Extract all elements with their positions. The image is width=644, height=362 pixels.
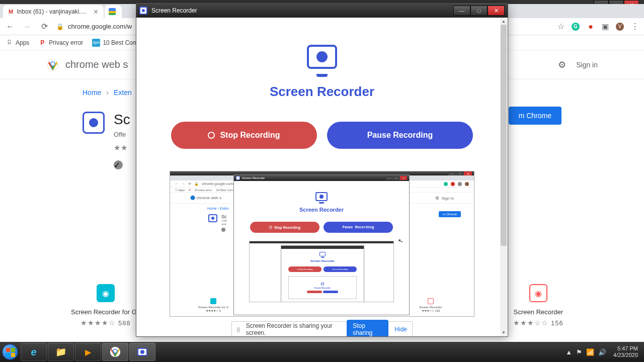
svg-rect-3: [6, 348, 10, 352]
webstore-favicon: [109, 8, 116, 15]
recorder-window-title: Screen Recorder: [151, 7, 197, 14]
extension-icon: [83, 112, 105, 134]
tray-date: 4/23/2020: [613, 352, 638, 358]
signin-link[interactable]: Sign in: [576, 61, 598, 69]
tray-clock[interactable]: 5:47 PM 4/23/2020: [610, 345, 641, 358]
related-icon: ◉: [529, 284, 547, 302]
extension-title: Sc: [114, 112, 130, 128]
recorder-logo-stand: [316, 74, 328, 77]
tab-title: Inbox (61) - vanjinayaki.s@csaca: [17, 8, 88, 15]
sharing-notification-bar: || Screen Recorder is sharing your scree…: [231, 321, 413, 336]
svg-rect-4: [11, 348, 15, 352]
bookmark-10best[interactable]: dpm 10 Best Comm: [92, 39, 142, 47]
media-icon: ▶: [85, 347, 91, 357]
start-button[interactable]: [0, 342, 20, 362]
recorder-minimize-button[interactable]: —: [453, 6, 470, 16]
breadcrumb-extensions[interactable]: Exten: [114, 88, 132, 97]
tray-expand-icon[interactable]: ▲: [566, 348, 572, 356]
cws-signin-area: ⚙ Sign in: [558, 59, 598, 70]
svg-point-2: [51, 62, 55, 65]
screen-recorder-window: Screen Recorder — □ ✕ Screen Recorder St…: [136, 3, 508, 337]
tab-close-icon[interactable]: ✕: [93, 8, 99, 16]
recorder-heading: Screen Recorder: [145, 84, 499, 100]
cws-logo[interactable]: chrome web s: [46, 58, 128, 71]
recorder-logo-icon: [307, 45, 337, 69]
gear-icon[interactable]: ⚙: [558, 59, 566, 70]
record-icon[interactable]: ●: [587, 23, 595, 31]
reload-button[interactable]: ⟳: [39, 22, 49, 31]
recorder-close-button[interactable]: ✕: [488, 6, 505, 16]
recorder-taskbar-icon: [137, 348, 147, 356]
recorder-body: Screen Recorder Stop Recording Pause Rec…: [136, 18, 508, 336]
taskbar-ie[interactable]: e: [21, 343, 47, 361]
extension-rating: ★★: [114, 143, 130, 152]
dpm-icon: dpm: [92, 39, 100, 47]
bookmark-label: Privacy error: [49, 39, 83, 46]
avatar-icon[interactable]: V: [616, 23, 624, 31]
grammarly-icon[interactable]: G: [572, 23, 580, 31]
extension-offered-by: Offe: [114, 131, 130, 138]
privacy-icon: P: [38, 39, 46, 47]
recorder-scrollbar[interactable]: ▲ ▼: [500, 18, 507, 336]
svg-point-9: [114, 349, 117, 352]
cws-title: chrome web s: [65, 59, 128, 70]
recorder-maximize-button[interactable]: □: [470, 6, 488, 16]
scroll-up-icon[interactable]: ▲: [500, 18, 507, 25]
stop-sharing-button[interactable]: Stop sharing: [347, 320, 388, 337]
cast-icon[interactable]: ▣: [602, 22, 609, 31]
folder-icon: 📁: [55, 346, 66, 357]
tray-flag-icon[interactable]: ⚑: [576, 348, 582, 356]
chrome-icon: [110, 346, 121, 357]
recorder-app-icon: [139, 7, 147, 15]
taskbar-chrome[interactable]: [102, 343, 128, 361]
tray-network-icon[interactable]: 📶: [586, 348, 594, 356]
taskbar-explorer[interactable]: 📁: [48, 343, 74, 361]
back-button[interactable]: ←: [5, 22, 15, 31]
gmail-favicon: M: [8, 8, 14, 15]
svg-rect-5: [6, 353, 10, 357]
forward-button[interactable]: →: [22, 22, 32, 31]
recorder-card: Screen Recorder Stop Recording Pause Rec…: [145, 45, 499, 336]
scroll-thumb[interactable]: [501, 25, 507, 246]
recorder-buttons: Stop Recording Pause Recording: [145, 122, 499, 149]
taskbar-media[interactable]: ▶: [75, 343, 101, 361]
scroll-down-icon[interactable]: ▼: [500, 329, 507, 336]
recorder-window-controls: — □ ✕: [453, 6, 505, 16]
add-to-chrome-button[interactable]: m Chrome: [509, 107, 561, 125]
breadcrumb-sep-icon: ›: [106, 88, 109, 97]
pause-recording-button[interactable]: Pause Recording: [327, 122, 473, 149]
pause-icon: ||: [237, 326, 240, 332]
lock-icon: 🔒: [56, 23, 64, 30]
windows-logo-icon: [2, 344, 18, 360]
stop-label: Stop Recording: [220, 131, 280, 140]
related-icon: ◉: [97, 284, 115, 302]
pause-label: Pause Recording: [367, 131, 433, 140]
menu-icon[interactable]: ⋮: [631, 22, 639, 31]
cws-logo-icon: [46, 58, 59, 71]
extension-badge-icon: ✓: [114, 160, 123, 169]
breadcrumb-home[interactable]: Home: [83, 88, 101, 97]
bookmark-apps[interactable]: ⠿ Apps: [5, 39, 29, 47]
hide-sharing-button[interactable]: Hide: [394, 326, 407, 333]
url-text: chrome.google.com/w: [68, 23, 132, 30]
recorder-titlebar[interactable]: Screen Recorder — □ ✕: [136, 4, 508, 18]
ie-icon: e: [31, 346, 36, 358]
browser-tab-webstore[interactable]: [105, 5, 122, 18]
record-circle-icon: [208, 132, 215, 139]
sharing-message: Screen Recorder is sharing your screen.: [246, 322, 341, 336]
browser-tab-gmail[interactable]: M Inbox (61) - vanjinayaki.s@csaca ✕: [3, 5, 104, 18]
bookmark-label: Apps: [16, 39, 29, 46]
apps-icon: ⠿: [5, 39, 13, 47]
tray-volume-icon[interactable]: 🔊: [598, 348, 606, 356]
extension-icons: ☆ G ● ▣ V ⋮: [557, 22, 639, 31]
stop-recording-button[interactable]: Stop Recording: [171, 122, 317, 149]
svg-rect-6: [11, 353, 15, 357]
screen-preview: —□✕ ←→⟳ 🔒chrome.google.com/w ⠿ AppsPPriv…: [170, 171, 474, 317]
tray-time: 5:47 PM: [613, 345, 638, 352]
bookmark-privacy[interactable]: P Privacy error: [38, 39, 83, 47]
windows-taskbar: e 📁 ▶ ▲ ⚑ 📶 🔊 5:47 PM 4/23/2020: [0, 342, 644, 362]
taskbar-recorder[interactable]: [129, 343, 155, 361]
system-tray: ▲ ⚑ 📶 🔊 5:47 PM 4/23/2020: [566, 345, 644, 358]
star-icon[interactable]: ☆: [557, 22, 565, 31]
